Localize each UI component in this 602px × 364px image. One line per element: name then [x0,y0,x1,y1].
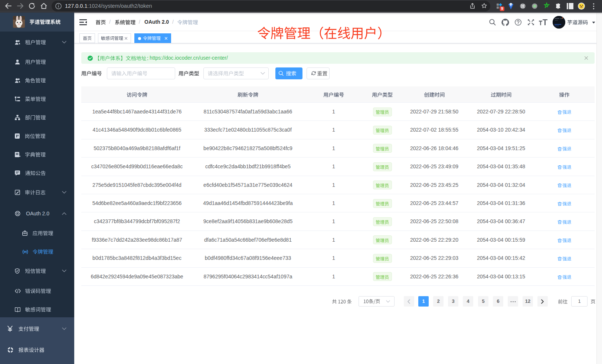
svg-text:9: 9 [501,7,503,11]
